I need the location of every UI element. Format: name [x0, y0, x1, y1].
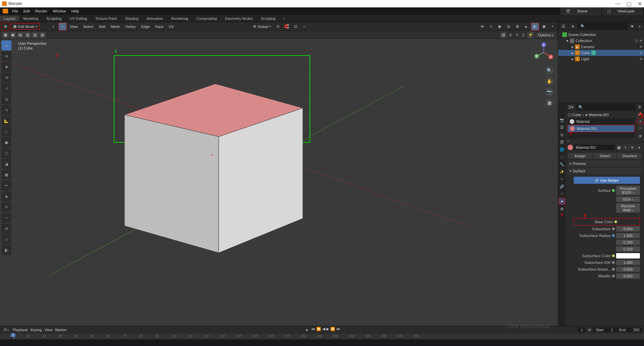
transform-orientation[interactable]: ⊕ Global ▾	[251, 24, 273, 29]
socket-dot-icon[interactable]	[612, 228, 615, 230]
tab-shading[interactable]: Shading	[121, 15, 142, 22]
editor-type-button[interactable]: ⊞	[2, 23, 9, 30]
camera-view-button[interactable]: 📷	[545, 88, 554, 96]
gizmo-toggle[interactable]: ⊹	[487, 23, 495, 30]
tool-polybuild[interactable]: ◈	[1, 191, 11, 201]
material-slot-menu[interactable]: ▾	[637, 133, 643, 139]
tab-scripting[interactable]: Scripting	[257, 15, 279, 22]
maximize-button[interactable]: ▢	[627, 1, 632, 7]
pan-button[interactable]: ✋	[545, 77, 554, 85]
options-dropdown[interactable]: Options ▾	[535, 32, 556, 38]
tab-modeling[interactable]: Modeling	[19, 15, 42, 22]
play-reverse-button[interactable]: ◀	[322, 327, 325, 333]
tab-animation[interactable]: Animation	[143, 15, 167, 22]
outliner-filter-button[interactable]: ▼	[629, 23, 635, 29]
menu-mesh[interactable]: Mesh	[109, 25, 122, 29]
tab-modifier[interactable]: 🔧	[559, 161, 565, 168]
xray-toggle[interactable]: ⊡	[505, 23, 512, 30]
tool-measure[interactable]: 📐	[1, 116, 11, 126]
tool-rip[interactable]: ◧	[1, 245, 11, 255]
deselect-button[interactable]: Deselect	[617, 152, 642, 159]
select-mode-vertex[interactable]: ·	[41, 23, 48, 30]
timeline-view[interactable]: View	[44, 328, 52, 332]
outliner-new-button[interactable]: +	[637, 23, 643, 29]
ssr-value-1[interactable]: 0.200	[616, 240, 640, 245]
material-preview-icon[interactable]	[568, 145, 573, 150]
subsurface-value[interactable]: 0.000	[616, 226, 640, 232]
outliner-display-button[interactable]: ▾	[569, 23, 577, 29]
overlays-toggle[interactable]: ◉	[496, 23, 503, 30]
menu-face[interactable]: Face	[153, 25, 165, 29]
select-mode-edge[interactable]: /	[50, 23, 57, 30]
jump-start-button[interactable]: ⏮	[311, 327, 315, 333]
menu-file[interactable]: File	[9, 8, 21, 14]
tool-loopcut[interactable]: ▦	[1, 170, 11, 180]
tab-texture[interactable]: ▦	[559, 205, 565, 212]
tab-object[interactable]: ▢	[559, 153, 565, 160]
hide-toggle[interactable]: 👁	[639, 39, 643, 43]
mesh-display-3[interactable]: ▤	[17, 32, 24, 38]
start-frame-field[interactable]: Start 1	[593, 327, 615, 332]
viewport-3d[interactable]: ▭ ✛ ✥ ⟲ ⤢ ⊡ ✎ 📐 □ ▣ ▢ ◪ ▦ ✂ ◈ ↻ 〰 ⇄ ◇ ◧	[0, 39, 558, 326]
socket-dot-icon[interactable]	[612, 268, 615, 271]
shading-rendered[interactable]: ◉	[540, 23, 548, 30]
socket-dot-icon[interactable]	[612, 189, 615, 192]
breadcrumb-mat[interactable]: Material.001	[589, 113, 609, 117]
hide-light[interactable]: 👁	[639, 57, 643, 61]
tab-compositing[interactable]: Compositing	[192, 15, 221, 22]
mirror-icon[interactable]: ▧	[500, 32, 507, 38]
ssr-value-2[interactable]: 0.100	[616, 246, 640, 252]
use-nodes-button[interactable]: ⊡ Use Nodes	[574, 177, 640, 184]
tab-texture-paint[interactable]: Texture Paint	[91, 15, 121, 22]
props-pin[interactable]: ⚲	[637, 104, 643, 110]
socket-dot-icon[interactable]	[614, 220, 617, 223]
socket-dot-icon[interactable]	[612, 261, 615, 264]
menu-uv[interactable]: UV	[167, 25, 176, 29]
tool-inset[interactable]: ▢	[1, 148, 11, 158]
assign-button[interactable]: Assign	[568, 152, 593, 159]
axis-y[interactable]: Y	[514, 33, 520, 37]
menu-render[interactable]: Render	[33, 8, 50, 14]
jump-next-key-button[interactable]: ⏩	[330, 327, 335, 333]
breadcrumb-obj[interactable]: Cube	[572, 113, 581, 117]
jump-prev-key-button[interactable]: ⏪	[316, 327, 321, 333]
tab-render[interactable]: 📷	[559, 116, 565, 123]
tab-material[interactable]: ●	[559, 198, 565, 205]
nav-gizmo[interactable]: X Y Z	[534, 42, 554, 63]
shading-wireframe[interactable]: ⊞	[513, 23, 521, 30]
viewlayer-selector[interactable]: ▢ ViewLayer	[602, 8, 643, 15]
props-type-button[interactable]: ☰▾	[567, 104, 575, 110]
menu-add[interactable]: Add	[97, 25, 108, 29]
menu-help[interactable]: Help	[69, 8, 82, 14]
material-new-button[interactable]: +	[622, 144, 629, 150]
ortho-toggle-button[interactable]: ▦	[545, 98, 554, 107]
outliner-search[interactable]: 🔍	[578, 23, 628, 29]
tool-add-cube[interactable]: □	[1, 127, 11, 137]
hide-cube[interactable]: 👁	[639, 51, 643, 55]
socket-dot-icon[interactable]	[612, 254, 615, 257]
mesh-display-1[interactable]: ▦	[2, 32, 9, 38]
metallic-value[interactable]: 0.000	[616, 273, 640, 279]
timeline-playback[interactable]: Playback	[13, 328, 28, 332]
tree-light[interactable]: ▸ ☀ Light 👁	[558, 56, 644, 62]
end-frame-field[interactable]: End 250	[616, 327, 642, 332]
hide-camera[interactable]: 👁	[639, 45, 643, 49]
tool-extrude[interactable]: ▣	[1, 137, 11, 147]
minimize-button[interactable]: —	[615, 1, 620, 7]
mesh-display-2[interactable]: ▣	[9, 32, 16, 38]
tab-world[interactable]: 🌐	[559, 146, 565, 153]
tab-physics[interactable]: ⚛	[559, 176, 565, 182]
select-mode-face[interactable]: ▪	[59, 23, 66, 30]
timeline-marker[interactable]: Marker	[55, 328, 67, 332]
tab-sculpting[interactable]: Sculpting	[42, 15, 66, 22]
cube-mesh[interactable]	[121, 71, 310, 260]
tool-rotate[interactable]: ⟲	[1, 73, 11, 83]
material-nodetree-button[interactable]: ▾	[636, 144, 642, 150]
tab-viewlayer[interactable]: ▤	[559, 131, 565, 138]
jump-end-button[interactable]: ⏭	[336, 327, 340, 333]
tab-geometry-nodes[interactable]: Geometry Nodes	[221, 15, 257, 22]
proportional-edit[interactable]: ○	[300, 23, 308, 30]
tool-transform[interactable]: ⊡	[1, 94, 11, 104]
tab-constraint[interactable]: 🔗	[559, 183, 565, 190]
select-button[interactable]: Select	[593, 152, 617, 159]
